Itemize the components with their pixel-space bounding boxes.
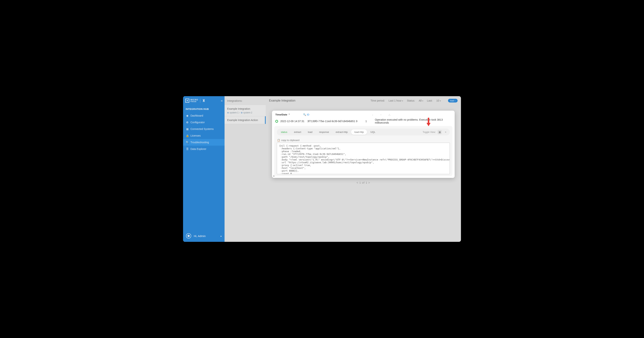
copy-icon: 📋 (277, 139, 280, 142)
divider (200, 98, 200, 103)
app-frame: MICROFOCUS ♜ « INTEGRATION HUB ◉Dashboar… (182, 96, 462, 242)
row-count: 1 (360, 120, 372, 123)
pager-text: < 1 of 1 > (356, 181, 370, 184)
last-label: Last: (427, 99, 432, 102)
integration-action-item[interactable]: Example Integration Action (224, 116, 266, 124)
sidebar-section-title: INTEGRATION HUB (183, 105, 224, 112)
nav-configurator[interactable]: ✿Configurator (183, 119, 224, 126)
lock-icon: 🔒 (186, 134, 189, 137)
gear-icon: ✿ (227, 112, 229, 114)
tab-response[interactable]: response (316, 129, 332, 135)
load-button-label: load (450, 100, 454, 102)
toggle-view-label: Toggle View: (422, 131, 436, 134)
copy-label: copy to clipboard (281, 139, 300, 142)
tab-extract[interactable]: extract (291, 129, 304, 135)
nav-troubleshooting[interactable]: 🔍Troubleshooting (183, 139, 224, 146)
brand-name: MICROFOCUS (190, 99, 198, 102)
brand-logo: MICROFOCUS (185, 98, 198, 103)
detail-tabs-wrap: status extract load response extract-htt… (274, 126, 452, 176)
sidebar-top: MICROFOCUS ♜ « (183, 96, 224, 105)
caret-up-icon: ⌃ (288, 114, 290, 116)
integration-card[interactable]: Example Integration ✿ system-1 › ✿ syste… (224, 105, 266, 116)
detail-tabs: status extract load response extract-htt… (277, 128, 450, 136)
load-button[interactable]: load› (448, 99, 458, 102)
avatar-icon (186, 233, 191, 238)
results-header: Time/Date ⌃ 🔍 ID ↓ ↑ △ (272, 111, 455, 117)
integration-action-label: Example Integration Action (227, 118, 258, 122)
time-period-dropdown[interactable]: Last 1 hour (388, 99, 403, 102)
id-search[interactable]: 🔍 ID (303, 113, 309, 116)
search-icon: 🔍 (303, 113, 306, 116)
system-a: system-1 (230, 111, 239, 114)
sidebar: MICROFOCUS ♜ « INTEGRATION HUB ◉Dashboar… (183, 96, 224, 242)
sidebar-footer[interactable]: Hi, Admin ▴ (183, 230, 224, 242)
nav-label: Configurator (190, 121, 205, 124)
view-grid-icon[interactable]: ▦ (438, 130, 442, 134)
nav-label: Data Explorer (190, 148, 206, 150)
tab-load-http[interactable]: load-http (351, 129, 367, 135)
arrow-right-icon: › (239, 111, 240, 114)
integration-name: Example Integration (227, 107, 263, 110)
topbar-filters: Time period: Last 1 hour Status: All Las… (370, 99, 458, 102)
gear-icon: ✿ (186, 121, 189, 124)
user-greeting: Hi, Admin (194, 234, 206, 238)
sort-up-icon[interactable]: ↑ (378, 113, 384, 116)
main-area: Example Integration Time period: Last 1 … (266, 96, 461, 242)
caret-up-icon: ▴ (220, 234, 222, 237)
resize-handle[interactable] (273, 175, 274, 177)
status-label: Status: (407, 99, 415, 102)
sort-down-icon[interactable]: ↓ (370, 113, 376, 116)
chevron-right-icon: › (455, 100, 456, 102)
system-b: system-2 (243, 111, 252, 114)
view-list-icon[interactable]: ≡ (444, 130, 448, 134)
gear-icon: ✿ (241, 112, 242, 114)
nav-label: Connected Systems (190, 128, 214, 130)
search-icon: 🔍 (186, 141, 189, 144)
nav-data-explorer[interactable]: 🗄Data Explorer (183, 146, 224, 152)
product-icon: ♜ (202, 98, 206, 103)
nav-label: Dashboard (190, 114, 203, 117)
tab-extract-http[interactable]: extract-http (332, 129, 351, 135)
nodes-icon: ▦ (186, 128, 189, 130)
nav-label: Licenses (190, 134, 201, 137)
nav-licenses[interactable]: 🔒Licenses (183, 132, 224, 139)
integrations-column: Integrations: Example Integration ✿ syst… (224, 96, 266, 242)
time-period-label: Time period: (370, 99, 385, 102)
copy-to-clipboard[interactable]: 📋 copy to clipboard (277, 139, 450, 142)
nav-connected-systems[interactable]: ▦Connected Systems (183, 126, 224, 132)
tab-load[interactable]: load (304, 129, 316, 135)
tab-uql[interactable]: UQL (367, 129, 379, 135)
payload-text: {nil {:request {:method :post, :headers … (279, 144, 450, 174)
logo-icon (185, 98, 189, 103)
integration-systems: ✿ system-1 › ✿ system-2 (227, 111, 263, 114)
result-row[interactable]: 2022-12-09 14:37:31 3f7139f0-77be-11ed-9… (272, 117, 455, 126)
row-run-id: 3f7139f0-77be-11ed-9c39-9d7c8494b651 9 (307, 120, 358, 123)
nav-dashboard[interactable]: ◉Dashboard (183, 112, 224, 119)
page-title: Example Integration (269, 99, 295, 102)
status-success-icon (275, 120, 278, 123)
pager[interactable]: < 1 of 1 > (266, 181, 461, 184)
row-message: Operation executed with no problems. Exe… (375, 118, 451, 124)
col-time-label: Time/Date (275, 113, 287, 116)
collapse-sidebar-icon[interactable]: « (221, 99, 223, 103)
warning-icon[interactable]: △ (386, 113, 393, 116)
topbar: Example Integration Time period: Last 1 … (266, 96, 461, 105)
sidebar-nav: ◉Dashboard ✿Configurator ▦Connected Syst… (183, 112, 224, 152)
row-datetime: 2022-12-09 14:37:31 (280, 120, 304, 123)
gauge-icon: ◉ (186, 114, 189, 117)
toggle-view: Toggle View: ▦ ≡ (422, 130, 449, 134)
payload-textarea[interactable]: {nil {:request {:method :post, :headers … (277, 143, 450, 174)
last-dropdown[interactable]: 10 (436, 99, 441, 102)
col-id-label: ID (307, 113, 309, 116)
tab-status[interactable]: status (278, 129, 291, 135)
database-icon: 🗄 (186, 148, 189, 150)
integrations-header: Integrations: (224, 96, 266, 105)
results-panel: Time/Date ⌃ 🔍 ID ↓ ↑ △ 2022-12-09 14:37:… (272, 111, 455, 178)
col-time-date[interactable]: Time/Date ⌃ (275, 113, 290, 116)
nav-label: Troubleshooting (190, 141, 209, 144)
status-dropdown[interactable]: All (419, 99, 423, 102)
